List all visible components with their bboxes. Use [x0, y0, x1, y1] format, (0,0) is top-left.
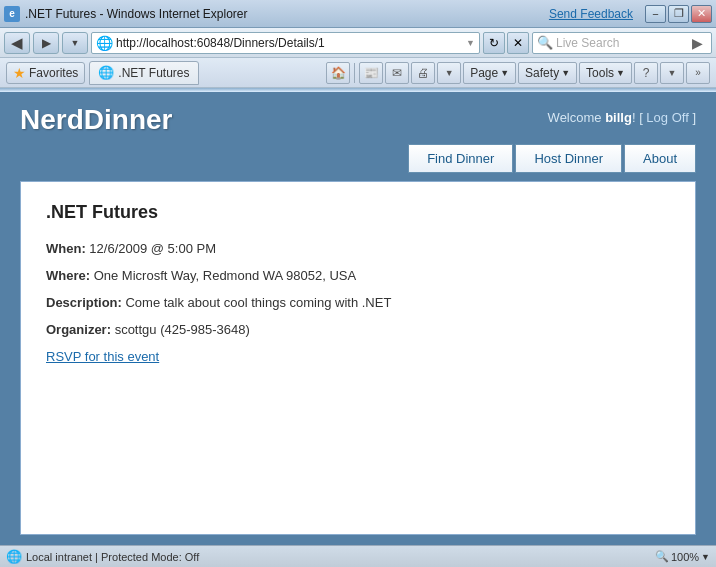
print-dropdown-icon[interactable]: ▼ [437, 62, 461, 84]
toolbar-icons: 🏠 📰 ✉ 🖨 ▼ Page ▼ Safety ▼ Tools ▼ ? ▼ » [326, 62, 710, 84]
minimize-button[interactable]: − [645, 5, 666, 23]
favorites-button[interactable]: ★ Favorites [6, 62, 85, 84]
page-label: Page [470, 66, 498, 80]
tab-bar: 🌐 .NET Futures [89, 61, 322, 85]
status-right: 🔍 100% ▼ [655, 550, 710, 563]
address-input[interactable]: 🌐 http://localhost:60848/Dinners/Details… [91, 32, 480, 54]
feeds-icon[interactable]: 📰 [359, 62, 383, 84]
page-dropdown-icon: ▼ [500, 68, 509, 78]
find-dinner-button[interactable]: Find Dinner [408, 144, 513, 173]
help-button[interactable]: ? [634, 62, 658, 84]
user-info: Welcome billg! [ Log Off ] [548, 104, 696, 125]
description-value-text: Come talk about cool things coming with … [125, 295, 391, 310]
address-url: http://localhost:60848/Dinners/Details/1 [116, 36, 463, 50]
restore-button[interactable]: ❐ [668, 5, 689, 23]
when-value-text: 12/6/2009 @ 5:00 PM [89, 241, 216, 256]
live-search-input[interactable]: Live Search [556, 36, 684, 50]
page-button[interactable]: Page ▼ [463, 62, 516, 84]
window-title: .NET Futures - Windows Internet Explorer [25, 7, 248, 21]
zoom-level: 100% [671, 551, 699, 563]
organizer-row: Organizer: scottgu (425-985-3648) [46, 322, 670, 337]
address-bar: ◀ ▶ ▼ 🌐 http://localhost:60848/Dinners/D… [0, 28, 716, 58]
when-row: When: 12/6/2009 @ 5:00 PM [46, 241, 670, 256]
about-button[interactable]: About [624, 144, 696, 173]
description-label: Description: [46, 295, 122, 310]
stop-button[interactable]: ✕ [507, 32, 529, 54]
safety-label: Safety [525, 66, 559, 80]
rsvp-link[interactable]: RSVP for this event [46, 349, 159, 364]
nav-buttons: Find Dinner Host Dinner About [0, 144, 716, 181]
scroll-right-icon[interactable]: » [686, 62, 710, 84]
zoom-dropdown-icon: ▼ [701, 552, 710, 562]
tools-dropdown-icon: ▼ [616, 68, 625, 78]
home-icon[interactable]: 🏠 [326, 62, 350, 84]
address-dropdown-icon[interactable]: ▼ [466, 38, 475, 48]
zoom-icon: 🔍 [655, 550, 669, 563]
status-zone: Local intranet | Protected Mode: Off [26, 551, 199, 563]
title-bar-left: e .NET Futures - Windows Internet Explor… [4, 6, 248, 22]
zoom-button[interactable]: 🔍 100% ▼ [655, 550, 710, 563]
ie-tab-net-futures[interactable]: 🌐 .NET Futures [89, 61, 198, 85]
toolbar: ★ Favorites 🌐 .NET Futures 🏠 📰 ✉ 🖨 ▼ Pag… [0, 58, 716, 88]
logoff-close: ] [689, 110, 696, 125]
welcome-suffix: ! [632, 110, 636, 125]
address-ie-icon: 🌐 [96, 35, 113, 51]
rsvp-row: RSVP for this event [46, 349, 670, 364]
tab-label: .NET Futures [118, 66, 189, 80]
status-bar: 🌐 Local intranet | Protected Mode: Off 🔍… [0, 545, 716, 567]
back-button[interactable]: ◀ [4, 32, 30, 54]
print-icon[interactable]: 🖨 [411, 62, 435, 84]
window-controls: − ❐ ✕ [645, 5, 712, 23]
send-feedback-link[interactable]: Send Feedback [549, 7, 633, 21]
search-go-button[interactable]: ▶ [687, 33, 707, 53]
help-dropdown-icon[interactable]: ▼ [660, 62, 684, 84]
description-row: Description: Come talk about cool things… [46, 295, 670, 310]
title-bar: e .NET Futures - Windows Internet Explor… [0, 0, 716, 28]
welcome-text: Welcome [548, 110, 606, 125]
app-header: NerdDinner Welcome billg! [ Log Off ] [0, 92, 716, 144]
star-icon: ★ [13, 65, 26, 81]
username: billg [605, 110, 632, 125]
dinner-title: .NET Futures [46, 202, 670, 223]
safety-dropdown-icon: ▼ [561, 68, 570, 78]
divider-1 [354, 63, 355, 83]
where-value-text: One Microsft Way, Redmond WA 98052, USA [94, 268, 357, 283]
when-label: When: [46, 241, 86, 256]
main-area: NerdDinner Welcome billg! [ Log Off ] Fi… [0, 92, 716, 545]
where-label: Where: [46, 268, 90, 283]
mail-icon[interactable]: ✉ [385, 62, 409, 84]
refresh-stop-buttons: ↻ ✕ [483, 32, 529, 54]
tools-label: Tools [586, 66, 614, 80]
live-search-logo: 🔍 [537, 35, 553, 50]
ie-logo-icon: e [4, 6, 20, 22]
favorites-label: Favorites [29, 66, 78, 80]
organizer-label: Organizer: [46, 322, 111, 337]
close-button[interactable]: ✕ [691, 5, 712, 23]
live-search-wrap: 🔍 Live Search ▶ [532, 32, 712, 54]
tools-button[interactable]: Tools ▼ [579, 62, 632, 84]
app-title: NerdDinner [20, 104, 172, 136]
tab-icon: 🌐 [98, 65, 114, 80]
logoff-link[interactable]: Log Off [646, 110, 688, 125]
status-zone-icon: 🌐 [6, 549, 22, 564]
forward-button[interactable]: ▶ [33, 32, 59, 54]
status-left: 🌐 Local intranet | Protected Mode: Off [6, 549, 647, 564]
refresh-button[interactable]: ↻ [483, 32, 505, 54]
host-dinner-button[interactable]: Host Dinner [515, 144, 622, 173]
content-card: .NET Futures When: 12/6/2009 @ 5:00 PM W… [20, 181, 696, 535]
dropdown-button[interactable]: ▼ [62, 32, 88, 54]
where-row: Where: One Microsft Way, Redmond WA 9805… [46, 268, 670, 283]
safety-button[interactable]: Safety ▼ [518, 62, 577, 84]
organizer-value-text: scottgu (425-985-3648) [115, 322, 250, 337]
